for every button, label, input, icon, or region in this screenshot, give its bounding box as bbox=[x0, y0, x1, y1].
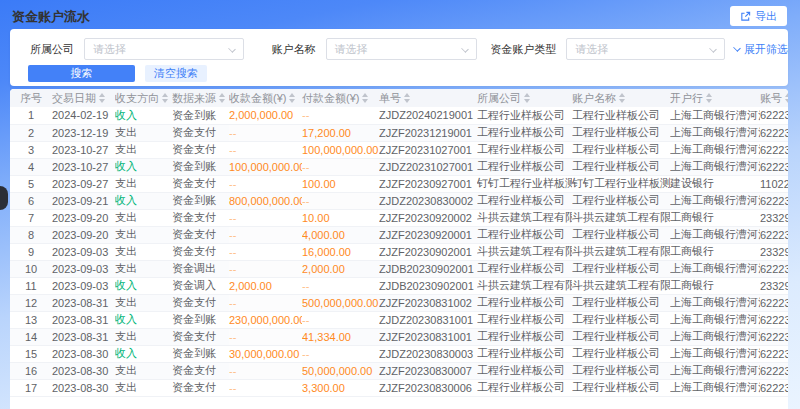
cell-bank: 工商银行 bbox=[670, 243, 760, 260]
column-header-date[interactable]: 交易日期 bbox=[52, 89, 115, 107]
column-header-company[interactable]: 所属公司 bbox=[477, 89, 572, 107]
table-row: 142023-08-31支出资金支付--41,334.00ZJZF2023083… bbox=[10, 328, 788, 345]
clear-search-button[interactable]: 清空搜索 bbox=[145, 65, 207, 82]
cell-source: 资金支付 bbox=[172, 243, 229, 260]
cell-bank: 上海工商银行漕河泾支行 bbox=[670, 294, 760, 311]
column-label: 所属公司 bbox=[477, 92, 521, 104]
column-label: 付款金额(¥) bbox=[302, 92, 359, 104]
export-button[interactable]: 导出 bbox=[730, 6, 787, 26]
column-header-source[interactable]: 数据来源 bbox=[172, 89, 229, 107]
cell-bank: 上海工商银行漕河泾支行 bbox=[670, 345, 760, 362]
cell-account_no: 622230111 bbox=[760, 294, 788, 311]
cell-receipt: -- bbox=[229, 294, 302, 311]
cell-account_name: 工程行业样板公司 bbox=[572, 107, 670, 124]
cell-receipt: 2,000,000.00 bbox=[229, 107, 302, 124]
sort-icon[interactable] bbox=[524, 93, 530, 103]
company-select[interactable]: 请选择 bbox=[84, 38, 244, 60]
column-header-payment[interactable]: 付款金额(¥) bbox=[302, 89, 379, 107]
account-type-select[interactable]: 请选择 bbox=[566, 38, 725, 60]
column-header-account_name[interactable]: 账户名称 bbox=[572, 89, 670, 107]
cell-no: 1 bbox=[10, 107, 52, 124]
column-header-account_no[interactable]: 账号 bbox=[760, 89, 788, 107]
cell-date: 2023-09-27 bbox=[52, 175, 115, 192]
table-row: 82023-09-20支出资金支付--4,000.00ZJZF202309200… bbox=[10, 226, 788, 243]
cell-company: 工程行业样板公司 bbox=[477, 192, 572, 209]
chevron-down-icon bbox=[462, 45, 470, 53]
sort-icon[interactable] bbox=[404, 93, 410, 103]
cell-order_no: ZJDZ20231027001 bbox=[379, 158, 477, 175]
flow-table: 序号交易日期收支方向数据来源收款金额(¥)付款金额(¥)单号所属公司账户名称开户… bbox=[10, 89, 788, 397]
cell-order_no: ZJZF20230902001 bbox=[379, 243, 477, 260]
cell-order_no: ZJZF20230830006 bbox=[379, 379, 477, 396]
cell-account_name: 斗拱云建筑工程有限公司 bbox=[572, 277, 670, 294]
flow-table-card: 序号交易日期收支方向数据来源收款金额(¥)付款金额(¥)单号所属公司账户名称开户… bbox=[10, 89, 788, 409]
cell-direction: 支出 bbox=[115, 175, 172, 192]
column-label: 收支方向 bbox=[115, 92, 159, 104]
cell-account_no: 622230111 bbox=[760, 107, 788, 124]
account-type-filter-label: 资金账户类型 bbox=[490, 42, 556, 57]
cell-payment: 16,000.00 bbox=[302, 243, 379, 260]
cell-bank: 工商银行 bbox=[670, 277, 760, 294]
account-name-select[interactable]: 请选择 bbox=[326, 38, 478, 60]
cell-bank: 建设银行 bbox=[670, 175, 760, 192]
cell-no: 13 bbox=[10, 311, 52, 328]
sort-icon[interactable] bbox=[362, 93, 368, 103]
cell-receipt: 100,000,000.00 bbox=[229, 158, 302, 175]
cell-direction: 支出 bbox=[115, 243, 172, 260]
cell-date: 2023-09-03 bbox=[52, 243, 115, 260]
column-header-order_no[interactable]: 单号 bbox=[379, 89, 477, 107]
column-header-direction[interactable]: 收支方向 bbox=[115, 89, 172, 107]
cell-source: 资金支付 bbox=[172, 226, 229, 243]
cell-company: 工程行业样板公司 bbox=[477, 226, 572, 243]
cell-direction: 支出 bbox=[115, 141, 172, 158]
cell-direction: 收入 bbox=[115, 345, 172, 362]
cell-payment: -- bbox=[302, 311, 379, 328]
column-header-bank[interactable]: 开户行 bbox=[670, 89, 760, 107]
cell-date: 2023-12-19 bbox=[52, 124, 115, 141]
cell-date: 2023-09-21 bbox=[52, 192, 115, 209]
filter-panel: 所属公司 请选择 账户名称 请选择 资金账户类型 请选择 展开筛选 搜索 清空搜… bbox=[10, 29, 788, 86]
cell-company: 工程行业样板公司 bbox=[477, 107, 572, 124]
sort-icon[interactable] bbox=[706, 93, 712, 103]
cell-order_no: ZJDZ20240219001 bbox=[379, 107, 477, 124]
cell-payment: 100,000,000.00 bbox=[302, 141, 379, 158]
cell-order_no: ZJZF20230927001 bbox=[379, 175, 477, 192]
cell-bank: 上海工商银行漕河泾支行 bbox=[670, 362, 760, 379]
export-label: 导出 bbox=[755, 9, 777, 24]
cell-source: 资金到账 bbox=[172, 311, 229, 328]
cell-payment: -- bbox=[302, 107, 379, 124]
page-title: 资金账户流水 bbox=[12, 8, 90, 26]
table-row: 62023-09-21收入资金到账800,000,000.00--ZJDZ202… bbox=[10, 192, 788, 209]
cell-account_no: 622230111 bbox=[760, 141, 788, 158]
cell-direction: 收入 bbox=[115, 107, 172, 124]
sort-icon[interactable] bbox=[289, 93, 295, 103]
cell-source: 资金支付 bbox=[172, 328, 229, 345]
side-drawer-handle[interactable] bbox=[0, 186, 8, 210]
cell-no: 14 bbox=[10, 328, 52, 345]
sort-icon[interactable] bbox=[785, 93, 788, 103]
expand-filters-label: 展开筛选 bbox=[744, 42, 788, 57]
cell-account_name: 工程行业样板公司 bbox=[572, 362, 670, 379]
cell-order_no: ZJDZ20230830003 bbox=[379, 345, 477, 362]
cell-direction: 收入 bbox=[115, 311, 172, 328]
cell-payment: -- bbox=[302, 158, 379, 175]
column-header-receipt[interactable]: 收款金额(¥) bbox=[229, 89, 302, 107]
cell-account_name: 工程行业样板公司 bbox=[572, 141, 670, 158]
sort-icon[interactable] bbox=[619, 93, 625, 103]
expand-filters-link[interactable]: 展开筛选 bbox=[734, 42, 788, 57]
sort-icon[interactable] bbox=[99, 93, 105, 103]
sort-icon[interactable] bbox=[219, 93, 225, 103]
cell-bank: 上海工商银行漕河泾支行 bbox=[670, 158, 760, 175]
cell-no: 16 bbox=[10, 362, 52, 379]
cell-company: 工程行业样板公司 bbox=[477, 328, 572, 345]
column-label: 收款金额(¥) bbox=[229, 92, 286, 104]
cell-direction: 收入 bbox=[115, 192, 172, 209]
cell-company: 工程行业样板公司 bbox=[477, 362, 572, 379]
search-button[interactable]: 搜索 bbox=[28, 65, 135, 82]
cell-source: 资金调出 bbox=[172, 260, 229, 277]
cell-account_name: 工程行业样板公司 bbox=[572, 345, 670, 362]
sort-icon[interactable] bbox=[162, 93, 168, 103]
column-label: 交易日期 bbox=[52, 92, 96, 104]
cell-account_no: 622230111 bbox=[760, 345, 788, 362]
cell-payment: 41,334.00 bbox=[302, 328, 379, 345]
